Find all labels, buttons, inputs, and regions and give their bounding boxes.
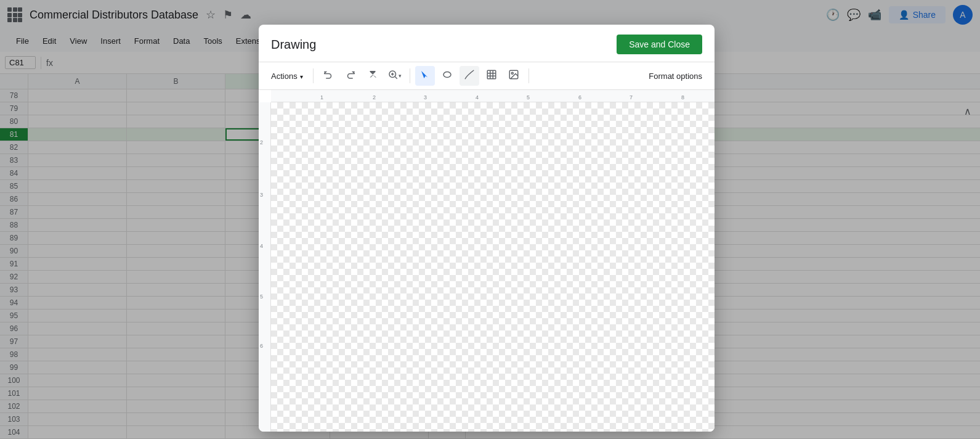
drawing-title: Drawing: [271, 38, 316, 52]
line-icon: [464, 69, 475, 83]
paint-format-icon: [367, 69, 378, 83]
actions-dropdown-button[interactable]: Actions: [266, 69, 308, 83]
paint-format-button[interactable]: [363, 66, 383, 86]
undo-icon: [323, 69, 334, 83]
lasso-select-button[interactable]: [437, 66, 457, 86]
ruler-mark-8: 8: [681, 94, 684, 101]
drawing-modal-header: Drawing Save and Close: [259, 25, 715, 62]
zoom-icon: [387, 69, 399, 83]
svg-line-1: [395, 76, 397, 78]
ruler-mark-1: 1: [320, 94, 323, 101]
zoom-button[interactable]: ▾: [385, 66, 405, 86]
ruler-left-mark-4: 4: [260, 243, 263, 249]
ruler-mark-6: 6: [578, 94, 581, 101]
select-button[interactable]: [415, 66, 435, 86]
table-icon: [486, 69, 497, 83]
drawing-toolbar: Actions: [259, 62, 715, 90]
drawing-modal: Drawing Save and Close Actions: [259, 25, 715, 432]
cursor-icon: [419, 69, 431, 83]
format-options-button[interactable]: Format options: [644, 69, 707, 83]
image-button[interactable]: [504, 66, 524, 86]
ruler-left-mark-3: 3: [260, 192, 263, 198]
ruler-left: 2 3 4 5 6: [259, 102, 271, 432]
ruler-mark-4: 4: [476, 94, 479, 101]
ruler-left-mark-5: 5: [260, 293, 263, 300]
save-close-button[interactable]: Save and Close: [617, 35, 702, 54]
lasso-icon: [442, 69, 453, 83]
toolbar-divider-1: [313, 68, 314, 83]
redo-button[interactable]: [341, 66, 360, 86]
svg-point-11: [511, 72, 513, 74]
ruler-mark-5: 5: [527, 94, 530, 101]
ruler-mark-2: 2: [373, 94, 376, 101]
redo-icon: [345, 69, 356, 83]
image-icon: [508, 69, 519, 83]
draw-line-button[interactable]: [460, 66, 479, 86]
actions-label: Actions: [271, 72, 298, 81]
drawing-canvas[interactable]: 1 2 3 4 5 6 7 8 2 3 4 5 6: [259, 90, 715, 432]
ruler-left-mark-2: 2: [260, 139, 263, 146]
ruler-mark-7: 7: [630, 94, 633, 101]
drawing-canvas-area[interactable]: [271, 102, 715, 432]
svg-point-4: [443, 72, 451, 78]
undo-button[interactable]: [318, 66, 338, 86]
ruler-mark-3: 3: [424, 94, 427, 101]
actions-chevron-icon: [300, 72, 303, 81]
ruler-top: 1 2 3 4 5 6 7 8: [271, 90, 715, 102]
table-button[interactable]: [482, 66, 501, 86]
toolbar-divider-3: [528, 68, 529, 83]
ruler-left-mark-6: 6: [260, 343, 263, 349]
zoom-chevron-icon: ▾: [399, 73, 402, 79]
toolbar-divider-2: [410, 68, 410, 83]
svg-rect-5: [487, 70, 496, 79]
